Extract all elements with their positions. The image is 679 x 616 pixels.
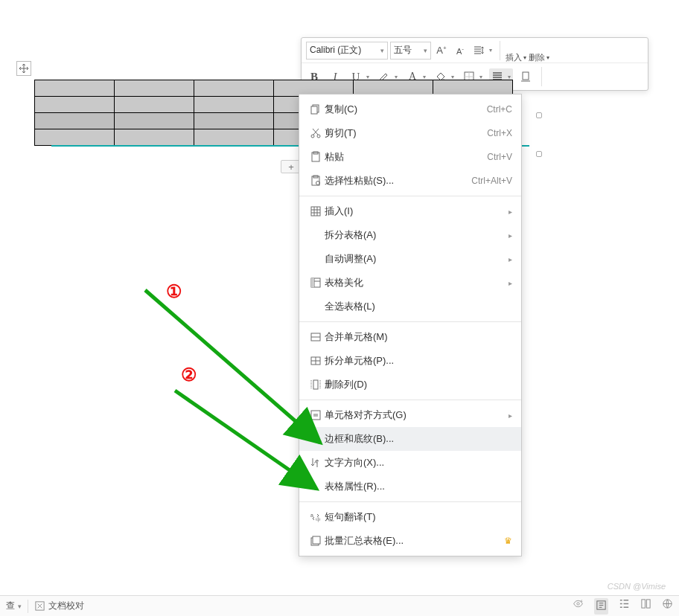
chevron-right-icon: ▸ (509, 208, 512, 216)
menu-label: 拆分单元格(P)... (325, 354, 512, 368)
menu-table-beautify[interactable]: 表格美化 ▸ (299, 271, 521, 295)
svg-rect-25 (313, 536, 320, 544)
menu-split-cells[interactable]: 拆分单元格(P)... (299, 349, 521, 373)
menu-separator (299, 400, 521, 400)
reading-view-icon[interactable] (640, 598, 651, 615)
menu-shortcut: Ctrl+Alt+V (471, 176, 512, 186)
menu-borders-shading[interactable]: 边框和底纹(B)... (299, 427, 521, 451)
table-delete-group[interactable]: 删除▾ (529, 38, 549, 63)
chevron-right-icon: ▸ (509, 255, 512, 263)
chevron-down-icon: ▾ (380, 47, 384, 54)
menu-label: 表格美化 (325, 276, 509, 289)
menu-label: 短句翻译(T) (325, 510, 512, 524)
clipboard-special-icon (307, 175, 325, 187)
separator (500, 41, 500, 60)
menu-batch-summary[interactable]: 批量汇总表格(E)... ♛ (299, 529, 521, 553)
svg-rect-6 (311, 106, 317, 114)
menu-label: 自动调整(A) (325, 252, 509, 266)
toolbar-row-1: Calibri (正文) ▾ 五号 ▾ A+ A- ▾ 插入▾ 删除▾ (302, 38, 648, 63)
line-spacing-button[interactable]: ▾ (471, 42, 494, 59)
menu-label: 边框和底纹(B)... (325, 432, 512, 446)
menu-select-all-table[interactable]: 全选表格(L) (299, 295, 521, 318)
insert-label: 插入 (506, 52, 522, 63)
svg-text:中: 中 (316, 517, 321, 522)
menu-text-direction[interactable]: A 文字方向(X)... (299, 451, 521, 475)
svg-rect-31 (642, 599, 645, 607)
annotation-arrow-2 (168, 383, 331, 498)
eye-icon[interactable] (573, 598, 584, 615)
chevron-down-icon: ▾ (424, 47, 427, 54)
menu-label: 粘贴 (325, 150, 487, 164)
status-check[interactable]: 查 ▾ (6, 600, 22, 612)
clipboard-icon (307, 151, 325, 163)
menu-label: 文字方向(X)... (325, 456, 512, 469)
svg-line-27 (175, 391, 316, 489)
status-right-icons (573, 598, 673, 615)
menu-label: 复制(C) (325, 103, 487, 116)
menu-merge-cells[interactable]: 合并单元格(M) (299, 325, 521, 349)
chevron-right-icon: ▸ (509, 411, 512, 420)
menu-auto-fit[interactable]: 自动调整(A) ▸ (299, 247, 521, 271)
font-size-value: 五号 (394, 44, 412, 57)
menu-label: 选择性粘贴(S)... (325, 174, 471, 187)
copy-icon (307, 103, 325, 115)
menu-label: 合并单元格(M) (325, 330, 512, 344)
menu-paste[interactable]: 粘贴 Ctrl+V (299, 145, 521, 169)
chevron-right-icon: ▸ (509, 231, 512, 240)
table-handle[interactable] (536, 151, 542, 157)
menu-cut[interactable]: 剪切(T) Ctrl+X (299, 121, 521, 145)
annotation-marker-1: ① (166, 281, 182, 302)
watermark-text: CSDN @Vimise (608, 582, 666, 591)
translate-icon: a中 (307, 511, 325, 523)
table-icon (307, 205, 325, 217)
status-check-label: 查 (6, 600, 15, 612)
web-view-icon[interactable] (662, 598, 673, 615)
increase-font-button[interactable]: A+ (433, 42, 450, 59)
table-handle[interactable] (536, 112, 542, 118)
crown-icon: ♛ (504, 536, 512, 546)
outline-view-icon[interactable] (619, 598, 630, 615)
svg-rect-32 (646, 599, 650, 607)
menu-separator (299, 501, 521, 502)
status-bar: 查 ▾ 文档校对 (0, 595, 679, 616)
decrease-font-button[interactable]: A- (452, 42, 468, 59)
table-move-handle[interactable] (16, 61, 31, 76)
svg-point-8 (317, 135, 320, 138)
status-proofread[interactable]: 文档校对 (34, 600, 84, 612)
menu-copy[interactable]: 复制(C) Ctrl+C (299, 97, 521, 121)
menu-cell-align[interactable]: 单元格对齐方式(G) ▸ (299, 403, 521, 427)
font-family-value: Calibri (正文) (310, 44, 361, 57)
menu-table-props[interactable]: 表格属性(R)... (299, 475, 521, 498)
menu-delete-column[interactable]: 删除列(D) (299, 373, 521, 397)
svg-point-29 (577, 602, 579, 604)
menu-label: 剪切(T) (325, 126, 487, 140)
proofread-label: 文档校对 (48, 600, 84, 612)
menu-shortcut: Ctrl+V (487, 152, 512, 162)
menu-label: 批量汇总表格(E)... (325, 534, 500, 548)
menu-split-table[interactable]: 拆分表格(A) ▸ (299, 223, 521, 247)
menu-label: 单元格对齐方式(G) (325, 408, 509, 422)
menu-label: 表格属性(R)... (325, 480, 512, 493)
svg-rect-14 (311, 207, 320, 216)
menu-insert[interactable]: 插入(I) ▸ (299, 199, 521, 223)
menu-label: 插入(I) (325, 205, 509, 218)
table-insert-group[interactable]: 插入▾ (506, 38, 526, 63)
page-view-icon[interactable] (594, 598, 608, 615)
font-family-select[interactable]: Calibri (正文) ▾ (306, 42, 388, 60)
annotation-marker-2: ② (181, 365, 197, 385)
scissors-icon (307, 127, 325, 139)
svg-point-7 (311, 135, 314, 138)
chevron-down-icon: ▾ (18, 603, 22, 610)
menu-translate[interactable]: a中 短句翻译(T) (299, 505, 521, 529)
menu-paste-special[interactable]: 选择性粘贴(S)... Ctrl+Alt+V (299, 169, 521, 193)
svg-rect-4 (523, 72, 529, 80)
menu-shortcut: Ctrl+X (487, 128, 512, 138)
font-size-select[interactable]: 五号 ▾ (390, 42, 431, 60)
table-right-handles (536, 111, 545, 161)
menu-label: 全选表格(L) (325, 300, 512, 313)
proofread-icon (34, 600, 45, 612)
vertical-align-button[interactable] (517, 68, 534, 85)
menu-shortcut: Ctrl+C (487, 104, 512, 115)
svg-text:a: a (310, 513, 313, 518)
menu-separator (299, 321, 521, 322)
